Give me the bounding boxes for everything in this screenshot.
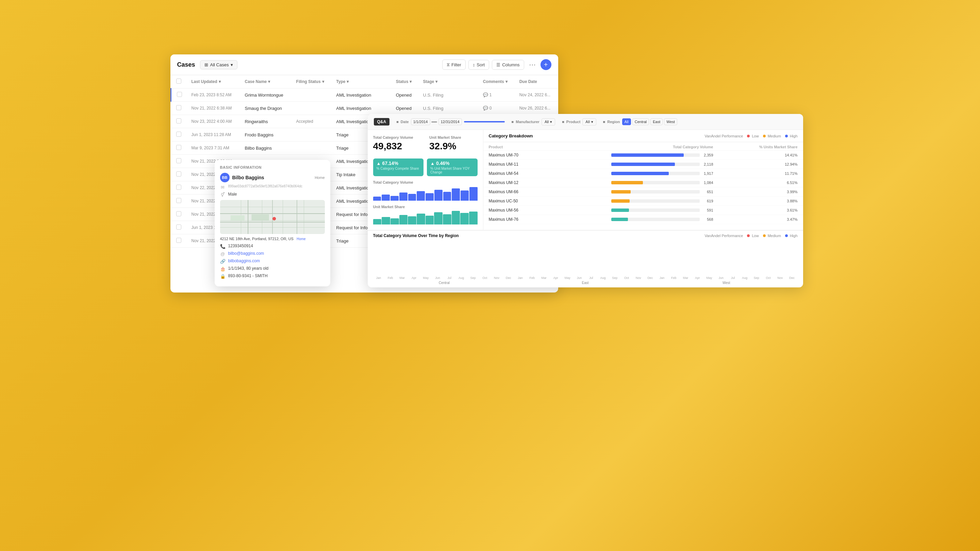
breakdown-row[interactable]: Maximus UM-56 591 3.61%: [484, 206, 803, 215]
product-volume: 619: [701, 199, 713, 203]
region-west[interactable]: West: [664, 118, 677, 125]
row-checkbox[interactable]: [176, 238, 181, 243]
time-month-label: Jun: [574, 276, 585, 280]
row-checkbox-cell: [171, 221, 187, 234]
row-checkbox[interactable]: [176, 211, 181, 216]
breakdown-row[interactable]: Maximus UM-11 2,118 12.94%: [484, 160, 803, 169]
col-filing-status[interactable]: Filing Status▾: [291, 75, 332, 88]
time-chart-bars: JanFebMarAprMayJunJulAugSepOctNovDecJanF…: [368, 241, 803, 287]
breakdown-rows: Maximus UM-70 2,359 14.41% Maximus UM-11…: [484, 151, 803, 224]
cell-filing-status: [291, 88, 332, 102]
table-row[interactable]: Nov 21, 2022 6:38 AM Smaug the Dragon AM…: [171, 102, 558, 115]
col-comments[interactable]: Comments▾: [478, 75, 515, 88]
select-all-col: [171, 75, 187, 88]
col-last-updated[interactable]: Last Updated▾: [187, 75, 240, 88]
profile-ssn: 🔒 893-80-9341 - SMITH: [220, 274, 325, 279]
product-bar-bg: [611, 190, 700, 194]
product-bar-cell: 651: [611, 190, 716, 194]
product-share: 6.51%: [716, 181, 798, 185]
profile-name-row: BB Bilbo Baggins Home: [220, 173, 325, 182]
row-checkbox[interactable]: [176, 185, 181, 190]
time-month-label: Jul: [444, 276, 455, 280]
product-bar-fill: [611, 181, 643, 184]
product-share: 14.41%: [716, 153, 798, 157]
phone-icon: 📞: [220, 244, 226, 249]
cell-stage: U.S. Filing: [418, 88, 478, 102]
row-checkbox-cell: [171, 194, 187, 208]
scene: Cases ⊞ All Cases ▾ ⧖ Filter ↕ Sort ☰: [167, 54, 813, 497]
col-case-name[interactable]: Case Name▾: [240, 75, 291, 88]
col-type[interactable]: Type▾: [331, 75, 391, 88]
row-checkbox[interactable]: [177, 92, 182, 97]
region-central[interactable]: Central: [632, 118, 649, 125]
profile-avatar: BB: [220, 173, 230, 182]
time-month-label: Jun: [715, 276, 727, 280]
product-filter-group: ■ Product All ▾: [562, 118, 596, 126]
filter-button[interactable]: ⧖ Filter: [442, 59, 466, 70]
breakdown-row[interactable]: Maximus UC-50 619 3.88%: [484, 197, 803, 206]
date-slider[interactable]: [464, 121, 505, 123]
product-label-text: ■: [562, 120, 564, 124]
time-month-label: Aug: [597, 276, 609, 280]
cell-case-name[interactable]: Bilbo Baggins: [240, 142, 291, 155]
time-month-label: Apr: [550, 276, 561, 280]
col-due-date[interactable]: Due Date: [515, 75, 558, 88]
sort-icon: ▾: [347, 79, 348, 84]
time-month-label: Nov: [775, 276, 786, 280]
select-all-checkbox[interactable]: [176, 78, 181, 84]
row-checkbox-cell: [171, 102, 187, 115]
tc-legend-low: Low: [747, 234, 759, 238]
row-checkbox[interactable]: [176, 118, 181, 123]
region-east[interactable]: East: [651, 118, 663, 125]
row-checkbox-cell: [171, 128, 187, 142]
breakdown-row[interactable]: Maximus UM-76 568 3.47%: [484, 215, 803, 224]
row-checkbox[interactable]: [176, 105, 181, 110]
svg-rect-5: [230, 215, 244, 220]
date-from[interactable]: 1/1/2014: [411, 118, 430, 125]
row-checkbox[interactable]: [176, 132, 181, 137]
col-stage[interactable]: Stage▾: [418, 75, 478, 88]
cases-title: Cases: [177, 61, 195, 68]
cases-header-right: ⧖ Filter ↕ Sort ☰ Columns ⋯ +: [442, 59, 551, 70]
product-select[interactable]: All ▾: [582, 118, 596, 126]
cell-last-updated: Jun 1, 2023 11:28 AM: [187, 128, 240, 142]
time-month-label: Aug: [739, 276, 750, 280]
date-label: Date: [401, 120, 409, 124]
breakdown-row[interactable]: Maximus UM-54 1,917 11.71%: [484, 169, 803, 178]
product-bar-bg: [611, 162, 700, 166]
cell-case-name[interactable]: Grima Wormtongue: [240, 88, 291, 102]
row-checkbox[interactable]: [176, 158, 181, 163]
product-volume: 568: [701, 217, 713, 221]
row-checkbox[interactable]: [176, 145, 181, 150]
map-roads-svg: [220, 200, 325, 234]
central-label: Central: [374, 281, 515, 285]
col-status[interactable]: Status▾: [391, 75, 418, 88]
region-filter-group: ■ Region All Central East West: [603, 118, 678, 125]
breakdown-row[interactable]: Maximus UM-70 2,359 14.41%: [484, 151, 803, 160]
add-button[interactable]: +: [541, 59, 551, 70]
time-month-label: Mar: [680, 276, 691, 280]
ssn-value: 893-80-9341 - SMITH: [228, 274, 268, 278]
row-checkbox[interactable]: [176, 225, 181, 229]
product-bar-fill: [611, 153, 684, 157]
row-checkbox[interactable]: [176, 198, 181, 203]
date-range: 1/1/2014 — 12/31/2014: [411, 118, 462, 125]
region-all[interactable]: All: [622, 118, 631, 125]
sort-button[interactable]: ↕ Sort: [468, 60, 489, 70]
cell-case-name[interactable]: Ringwraiths: [240, 115, 291, 128]
share-change-val: 0.46%: [436, 161, 450, 166]
breakdown-row[interactable]: Maximus UM-12 1,084 6.51%: [484, 178, 803, 187]
chevron-down-icon: ▾: [591, 120, 593, 124]
date-to[interactable]: 12/31/2014: [439, 118, 462, 125]
cell-case-name[interactable]: Frodo Baggins: [240, 128, 291, 142]
columns-button[interactable]: ☰ Columns: [492, 60, 524, 70]
time-chart-header: Total Category Volume Over Time by Regio…: [368, 231, 803, 241]
row-checkbox[interactable]: [176, 171, 181, 177]
cell-case-name[interactable]: Smaug the Dragon: [240, 102, 291, 115]
email-display-icon: @: [220, 252, 226, 256]
manufacturer-select[interactable]: All ▾: [541, 118, 555, 126]
table-row[interactable]: Feb 23, 2023 8:52 AM Grima Wormtongue AM…: [171, 88, 558, 102]
more-button[interactable]: ⋯: [527, 59, 538, 70]
all-cases-button[interactable]: ⊞ All Cases ▾: [200, 60, 238, 69]
breakdown-row[interactable]: Maximus UM-66 651 3.99%: [484, 187, 803, 197]
